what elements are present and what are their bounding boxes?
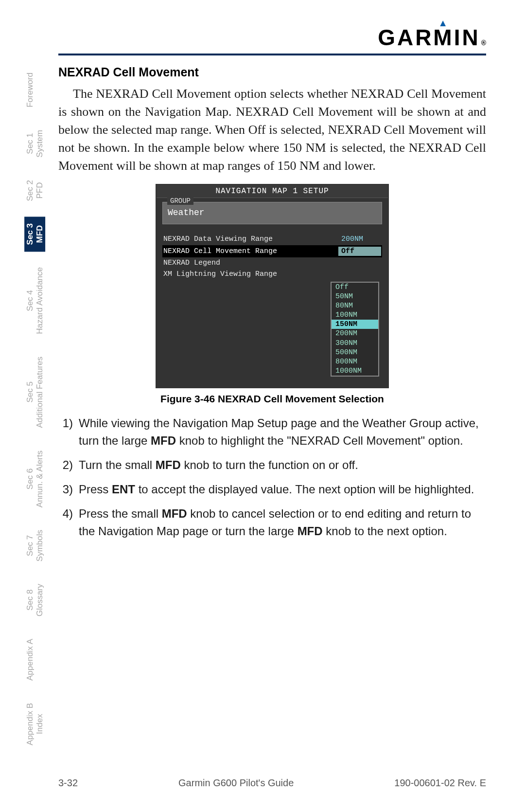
step: 1) While viewing the Navigation Map Setu… <box>58 415 486 450</box>
tab-symbols[interactable]: Sec 7Symbols <box>24 523 45 568</box>
step: 2) Turn the small MFD knob to turn the f… <box>58 456 486 474</box>
tab-hazard[interactable]: Sec 4Hazard Avoidance <box>24 260 45 341</box>
row-label: NEXRAD Data Viewing Range <box>163 235 338 243</box>
step-text: Press the small MFD knob to cancel selec… <box>79 505 486 540</box>
step: 4) Press the small MFD knob to cancel se… <box>58 505 486 540</box>
step-text: While viewing the Navigation Map Setup p… <box>79 415 486 450</box>
step-text: Press ENT to accept the displayed value.… <box>79 481 486 498</box>
dropdown-item-selected: 150NM <box>332 320 378 329</box>
garmin-delta-icon: ▲ <box>438 18 450 29</box>
row-value: Off <box>338 247 381 256</box>
step-number: 3) <box>58 481 79 498</box>
tab-system[interactable]: Sec 1System <box>24 123 45 164</box>
tab-glossary[interactable]: Sec 8Glossary <box>24 577 45 623</box>
registered-mark: ® <box>481 39 486 47</box>
tab-appendix-b[interactable]: Appendix BIndex <box>24 696 45 752</box>
dropdown-item: 200NM <box>332 329 378 338</box>
dropdown-item: 100NM <box>332 310 378 320</box>
tab-mfd[interactable]: Sec 3MFD <box>24 217 45 252</box>
screenshot-body: NEXRAD Data Viewing Range 200NM NEXRAD C… <box>157 231 388 388</box>
option-row: XM Lightning Viewing Range <box>162 269 382 280</box>
screenshot-title: NAVIGATION MAP 1 SETUP <box>157 185 388 198</box>
tab-annun[interactable]: Sec 6Annun. & Alerts <box>24 444 45 514</box>
group-label: GROUP <box>167 197 193 205</box>
tab-pfd[interactable]: Sec 2PFD <box>24 173 45 208</box>
row-label: NEXRAD Cell Movement Range <box>163 247 338 255</box>
row-label: NEXRAD Legend <box>163 259 338 267</box>
page-number: 3-32 <box>58 777 78 789</box>
dropdown-item: 1000NM <box>332 366 378 376</box>
dropdown-item: 50NM <box>332 292 378 301</box>
row-label: XM Lightning Viewing Range <box>163 270 338 278</box>
dropdown-item: 800NM <box>332 357 378 366</box>
step-number: 1) <box>58 415 79 450</box>
row-value: 200NM <box>338 235 381 244</box>
group-value: Weather <box>162 202 382 224</box>
range-dropdown: Off 50NM 80NM 100NM 150NM 200NM 300NM 50… <box>331 282 379 377</box>
tab-foreword[interactable]: Foreword <box>24 66 36 114</box>
option-row: NEXRAD Legend <box>162 257 382 269</box>
footer-title: Garmin G600 Pilot's Guide <box>178 777 294 789</box>
brand-text: GARMIN <box>378 24 480 51</box>
garmin-logo: ▲ GARMIN® <box>378 24 486 51</box>
side-tabs: Foreword Sec 1System Sec 2PFD Sec 3MFD S… <box>24 66 44 761</box>
row-value <box>338 262 381 263</box>
option-row-selected: NEXRAD Cell Movement Range Off <box>162 245 382 257</box>
dropdown-item: 300NM <box>332 339 378 348</box>
body-paragraph: The NEXRAD Cell Movement option selects … <box>58 85 486 175</box>
group-box: GROUP Weather <box>162 202 382 224</box>
step: 3) Press ENT to accept the displayed val… <box>58 481 486 498</box>
procedure-steps: 1) While viewing the Navigation Map Setu… <box>58 415 486 540</box>
page-footer: 3-32 Garmin G600 Pilot's Guide 190-00601… <box>58 777 486 789</box>
figure: NAVIGATION MAP 1 SETUP GROUP Weather NEX… <box>58 184 486 405</box>
tab-additional[interactable]: Sec 5Additional Features <box>24 350 45 434</box>
option-row: NEXRAD Data Viewing Range 200NM <box>162 233 382 245</box>
dropdown-item: 80NM <box>332 301 378 310</box>
device-screenshot: NAVIGATION MAP 1 SETUP GROUP Weather NEX… <box>156 184 389 389</box>
step-number: 4) <box>58 505 79 540</box>
row-value <box>338 273 381 274</box>
page-header: ▲ GARMIN® <box>58 24 486 55</box>
tab-appendix-a[interactable]: Appendix A <box>24 632 36 687</box>
figure-caption: Figure 3-46 NEXRAD Cell Movement Selecti… <box>58 393 486 405</box>
dropdown-item: Off <box>332 283 378 292</box>
step-number: 2) <box>58 456 79 474</box>
footer-doc: 190-00601-02 Rev. E <box>394 777 486 789</box>
dropdown-item: 500NM <box>332 348 378 357</box>
step-text: Turn the small MFD knob to turn the func… <box>79 456 486 474</box>
section-title: NEXRAD Cell Movement <box>58 65 486 79</box>
